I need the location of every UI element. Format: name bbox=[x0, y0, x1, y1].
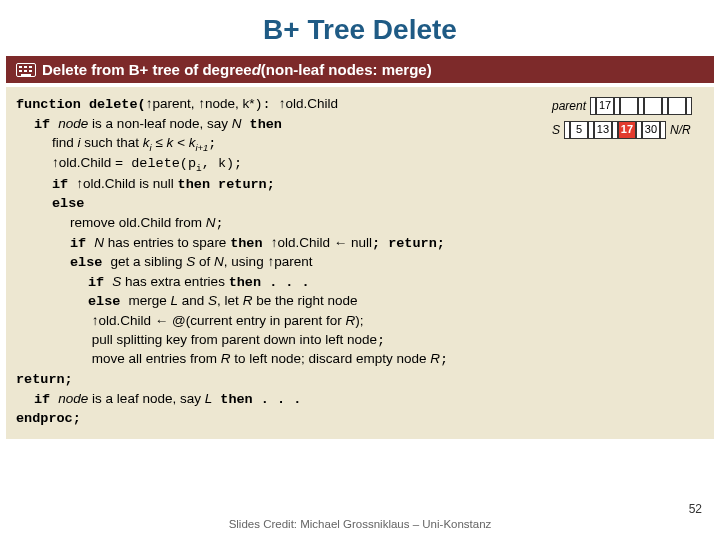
code-line: else bbox=[16, 194, 704, 214]
s-label: S bbox=[552, 122, 560, 139]
keyboard-icon bbox=[16, 63, 36, 77]
code-line: if ↑old.Child is null then return; bbox=[16, 175, 704, 195]
section-degree: d bbox=[252, 61, 261, 78]
code-block: parent 17 S 5 13 17 30 N/R function dele… bbox=[6, 87, 714, 439]
page-number: 52 bbox=[689, 502, 702, 516]
code-line: return; bbox=[16, 370, 704, 390]
code-line: remove old.Child from N; bbox=[16, 214, 704, 234]
code-line: if S has extra entries then . . . bbox=[16, 273, 704, 293]
credit-line: Slides Credit: Michael Grossniklaus – Un… bbox=[0, 518, 720, 530]
code-line: ↑old.Child = delete(pi, k); bbox=[16, 154, 704, 175]
code-line: else merge L and S, let R be the right n… bbox=[16, 292, 704, 312]
code-line: else get a sibling S of N, using ↑parent bbox=[16, 253, 704, 273]
parent-label: parent bbox=[552, 98, 586, 115]
s-node: 5 13 17 30 bbox=[564, 121, 666, 139]
parent-node: 17 bbox=[590, 97, 692, 115]
code-line: ↑old.Child ← @(current entry in parent f… bbox=[16, 312, 704, 331]
code-line: pull splitting key from parent down into… bbox=[16, 331, 704, 351]
code-line: move all entries from R to left node; di… bbox=[16, 350, 704, 370]
slide-title: B+ Tree Delete bbox=[0, 0, 720, 56]
nr-label: N/R bbox=[670, 122, 691, 139]
section-suffix: (non-leaf nodes: merge) bbox=[261, 61, 432, 78]
section-bar: Delete from B+ tree of degree d (non-lea… bbox=[6, 56, 714, 83]
code-line: if node is a leaf node, say L then . . . bbox=[16, 390, 704, 410]
btree-diagram: parent 17 S 5 13 17 30 N/R bbox=[552, 97, 692, 145]
code-line: endproc; bbox=[16, 409, 704, 429]
code-line: if N has entries to spare then ↑old.Chil… bbox=[16, 234, 704, 254]
section-prefix: Delete from B+ tree of degree bbox=[42, 61, 252, 78]
